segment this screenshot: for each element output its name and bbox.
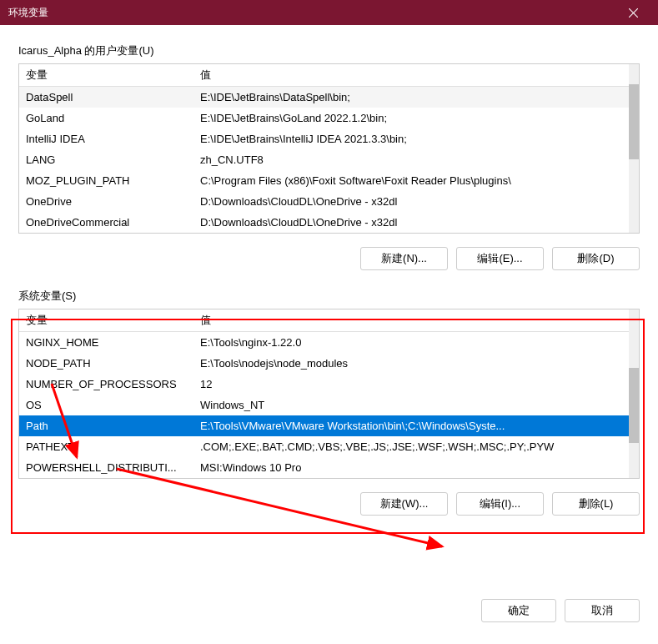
user-header-value[interactable]: 值 (193, 64, 629, 87)
titlebar: 环境变量 (0, 0, 658, 25)
table-row[interactable]: OneDriveD:\Downloads\CloudDL\OneDrive - … (19, 191, 629, 212)
system-new-button[interactable]: 新建(W)... (360, 492, 448, 516)
user-edit-button[interactable]: 编辑(E)... (456, 247, 544, 270)
user-vars-table-container: 变量 值 DataSpellE:\IDE\JetBrains\DataSpell… (18, 63, 640, 234)
user-header-variable[interactable]: 变量 (19, 64, 193, 87)
scrollbar-thumb[interactable] (629, 84, 639, 159)
table-row[interactable]: POWERSHELL_DISTRIBUTI...MSI:Windows 10 P… (19, 457, 629, 478)
table-row[interactable]: OneDriveCommercialD:\Downloads\CloudDL\O… (19, 212, 629, 233)
table-row[interactable]: PATHEXT.COM;.EXE;.BAT;.CMD;.VBS;.VBE;.JS… (19, 436, 629, 457)
user-delete-button[interactable]: 删除(D) (552, 247, 640, 270)
table-row[interactable]: NGINX_HOMEE:\Tools\nginx-1.22.0 (19, 332, 629, 354)
table-row[interactable]: LANGzh_CN.UTF8 (19, 149, 629, 170)
table-row[interactable]: DataSpellE:\IDE\JetBrains\DataSpell\bin; (19, 87, 629, 108)
system-header-value[interactable]: 值 (193, 309, 629, 332)
table-row[interactable]: OSWindows_NT (19, 395, 629, 415)
close-icon (629, 8, 638, 18)
close-button[interactable] (616, 0, 650, 25)
cancel-button[interactable]: 取消 (565, 599, 640, 622)
system-vars-scrollbar[interactable] (629, 309, 639, 478)
ok-button[interactable]: 确定 (481, 599, 556, 622)
window-title: 环境变量 (8, 6, 616, 20)
system-delete-button[interactable]: 删除(L) (552, 492, 640, 516)
table-row[interactable]: GoLandE:\IDE\JetBrains\GoLand 2022.1.2\b… (19, 108, 629, 128)
table-row[interactable]: NUMBER_OF_PROCESSORS12 (19, 374, 629, 395)
user-vars-scrollbar[interactable] (629, 64, 639, 233)
table-row[interactable]: IntelliJ IDEAE:\IDE\JetBrains\IntelliJ I… (19, 128, 629, 149)
user-vars-label: Icarus_Alpha 的用户变量(U) (18, 43, 640, 58)
system-header-variable[interactable]: 变量 (19, 309, 193, 332)
table-row[interactable]: NODE_PATHE:\Tools\nodejs\node_modules (19, 353, 629, 374)
system-vars-table-container: 变量 值 NGINX_HOMEE:\Tools\nginx-1.22.0 NOD… (18, 309, 640, 479)
scrollbar-thumb[interactable] (629, 368, 639, 443)
user-vars-table[interactable]: 变量 值 DataSpellE:\IDE\JetBrains\DataSpell… (19, 64, 629, 233)
system-vars-buttons: 新建(W)... 编辑(I)... 删除(L) (18, 492, 640, 516)
dialog-footer-buttons: 确定 取消 (18, 599, 640, 636)
user-new-button[interactable]: 新建(N)... (360, 247, 448, 270)
system-vars-table[interactable]: 变量 值 NGINX_HOMEE:\Tools\nginx-1.22.0 NOD… (19, 309, 629, 478)
system-edit-button[interactable]: 编辑(I)... (456, 492, 544, 516)
dialog-body: Icarus_Alpha 的用户变量(U) 变量 值 DataSpellE:\I… (0, 25, 658, 644)
user-vars-buttons: 新建(N)... 编辑(E)... 删除(D) (18, 247, 640, 270)
table-row[interactable]: MOZ_PLUGIN_PATHC:\Program Files (x86)\Fo… (19, 170, 629, 191)
system-vars-label: 系统变量(S) (18, 289, 640, 304)
table-row-selected[interactable]: PathE:\Tools\VMware\VMware Workstation\b… (19, 415, 629, 436)
